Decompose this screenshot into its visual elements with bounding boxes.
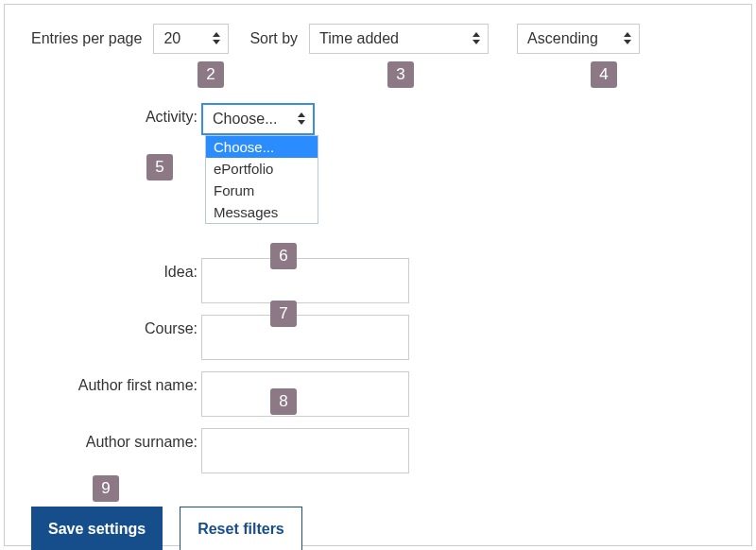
callout-badge-8: 8 — [270, 388, 297, 415]
activity-select[interactable]: Choose... — [201, 103, 315, 135]
activity-option-messages[interactable]: Messages — [206, 201, 318, 223]
activity-label: Activity: — [31, 103, 201, 126]
course-label: Course: — [31, 315, 201, 337]
entries-per-page-select[interactable]: 20 — [153, 24, 229, 54]
save-settings-button[interactable]: Save settings — [31, 507, 163, 550]
callout-badge-6: 6 — [270, 243, 297, 269]
callout-badge-9: 9 — [93, 475, 119, 502]
sort-order-value: Ascending — [527, 30, 598, 47]
activity-value: Choose... — [213, 111, 277, 128]
activity-option-forum[interactable]: Forum — [206, 180, 318, 201]
callout-badge-7: 7 — [270, 301, 297, 327]
callout-badge-4: 4 — [591, 61, 617, 88]
callout-badge-3: 3 — [387, 61, 414, 88]
callout-badge-5: 5 — [146, 154, 173, 180]
author-surname-label: Author surname: — [31, 428, 201, 451]
entries-per-page-value: 20 — [163, 30, 180, 47]
callout-badge-2: 2 — [198, 61, 224, 88]
activity-option-choose[interactable]: Choose... — [206, 136, 318, 158]
idea-input[interactable] — [201, 258, 409, 303]
course-input[interactable] — [201, 315, 409, 360]
author-first-label: Author first name: — [31, 371, 201, 394]
author-first-input[interactable] — [201, 371, 409, 417]
activity-option-eportfolio[interactable]: ePortfolio — [206, 158, 318, 180]
entries-per-page-label: Entries per page — [31, 30, 142, 47]
author-surname-input[interactable] — [201, 428, 409, 473]
sort-by-select[interactable]: Time added — [309, 24, 489, 54]
sort-by-label: Sort by — [249, 30, 298, 47]
activity-dropdown[interactable]: Choose... ePortfolio Forum Messages — [205, 135, 318, 224]
reset-filters-button[interactable]: Reset filters — [180, 507, 302, 550]
sort-by-value: Time added — [319, 30, 399, 47]
idea-label: Idea: — [31, 258, 201, 281]
sort-order-select[interactable]: Ascending — [517, 24, 640, 54]
